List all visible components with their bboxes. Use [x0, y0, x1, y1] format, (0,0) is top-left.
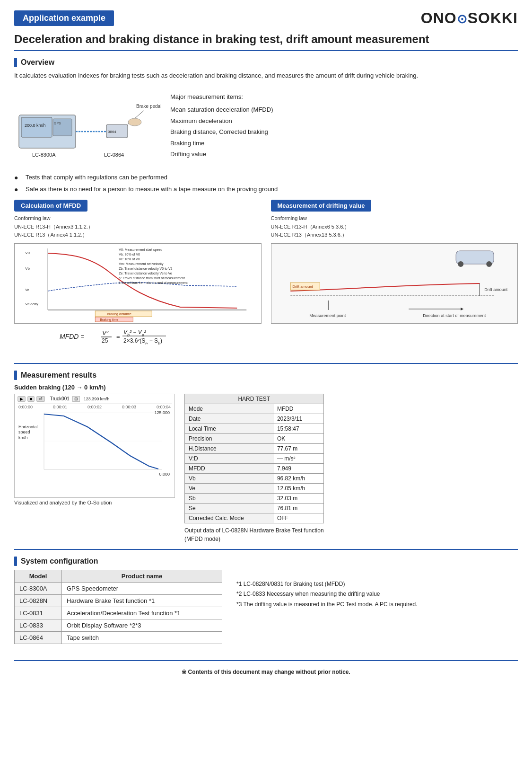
- table-row-hdistance: H.Distance 77.67 m: [185, 443, 324, 453]
- sudden-braking-title: Sudden braking (120 → 0 km/h): [14, 384, 518, 391]
- svg-text:0864: 0864: [108, 130, 116, 134]
- footnote-3: *3 The drifting value is measured in the…: [236, 600, 518, 610]
- svg-text:Zb: Travel distance velocity V: Zb: Travel distance velocity V0 to V2: [119, 267, 172, 271]
- measurement-items: Major measurement items: Mean saturation…: [170, 87, 518, 159]
- cell-se-value: 76.81 m: [273, 503, 323, 513]
- svg-text:Direction at start of measurem: Direction at start of measurement: [423, 313, 486, 318]
- results-row: ▶ ■ ⏎ Truck001 ⊞ 123.390 km/h 0:00:00 0:…: [14, 394, 518, 543]
- footnote-2: *2 LC-0833 Necessary when measuring the …: [236, 589, 518, 600]
- hard-test-title-row: HARD TEST: [185, 394, 324, 404]
- y-axis-label: Horizontalspeedkm/h: [18, 424, 38, 441]
- cell-date-label: Date: [185, 414, 273, 424]
- hard-test-wrapper: HARD TEST Mode MFDD Date 2023/3/11 Local…: [184, 394, 324, 543]
- col-header-product: Product name: [62, 570, 222, 582]
- overview-image-row: 200.0 km/h GPS 0864 Brake pedal LC-8300A…: [14, 87, 518, 166]
- svg-text:V²: V²: [102, 329, 109, 336]
- cell-precision-label: Precision: [185, 433, 273, 443]
- svg-point-41: [486, 261, 492, 267]
- mfdd-formula: MFDD = V² 25 = Vb² − Ve² 2×3.6²(Se − Sb): [14, 324, 262, 350]
- cell-mfdd-label: MFDD: [185, 463, 273, 473]
- hardware-brake-label: Hardware Brake Test function: [249, 527, 323, 534]
- svg-text:Ve: Ve: [25, 288, 29, 292]
- model-4: LC-0864: [15, 631, 62, 644]
- measurement-item-5: Drifting value: [170, 149, 518, 159]
- product-0: GPS Speedometer: [62, 582, 222, 594]
- speed-chart-wrapper: ▶ ■ ⏎ Truck001 ⊞ 123.390 km/h 0:00:00 0:…: [14, 394, 175, 543]
- measurement-results-header: Measurement results: [14, 371, 518, 380]
- output-caption: Output data of LC-0828N Hardware Brake T…: [184, 526, 324, 543]
- truck-label: Truck001: [50, 396, 69, 401]
- mfdd-conforming: Conforming lawUN-ECE R13-H（Annex3 1.1.2.…: [14, 214, 93, 239]
- system-config-table: Model Product name LC-8300A GPS Speedome…: [14, 570, 222, 644]
- table-row-localtime: Local Time 15:58:47: [185, 424, 324, 433]
- svg-text:Vb: 80% of V0: Vb: 80% of V0: [119, 253, 140, 256]
- table-row-precision: Precision OK: [185, 433, 324, 443]
- product-3: Orbit Display Software *2*3: [62, 619, 222, 631]
- system-config-divider: [14, 549, 518, 550]
- mfdd-graph: V0 Vb Ve Velocity V0: Measurement start …: [14, 243, 262, 324]
- return-button[interactable]: ⏎: [36, 396, 45, 402]
- model-1: LC-0828N: [15, 594, 62, 607]
- play-button[interactable]: ▶: [17, 396, 26, 402]
- measurement-items-title: Major measurement items:: [170, 91, 518, 102]
- svg-text:Ve: 10% of V0: Ve: 10% of V0: [119, 257, 140, 261]
- overview-description: It calculates evaluation indexes for bra…: [14, 71, 518, 81]
- mfdd-graph-svg: V0 Vb Ve Velocity V0: Measurement start …: [15, 244, 261, 324]
- cell-corrected-value: OFF: [273, 513, 323, 523]
- chart-area: 125.000 Horizontalspeedkm/h 0.000: [17, 410, 172, 477]
- footnotes: *1 LC-0828N/0831 for Braking test (MFDD)…: [236, 579, 518, 610]
- drift-calc-box: Measurement of drifting value Conforming…: [271, 200, 518, 356]
- svg-text:LC-0864: LC-0864: [104, 152, 124, 158]
- cell-vb-label: Vb: [185, 473, 273, 483]
- svg-text:200.0 km/h: 200.0 km/h: [25, 123, 46, 128]
- cell-mfdd-value: 7.949: [273, 463, 323, 473]
- system-config-row-2: LC-0831 Acceleration/Deceleration Test f…: [15, 607, 222, 619]
- svg-text:Ze: Travel distance velocity V: Ze: Travel distance velocity Ve to Ve: [119, 272, 172, 275]
- table-row-sb: Sb 32.03 m: [185, 493, 324, 503]
- results-divider: [14, 363, 518, 364]
- overview-bullets: Tests that comply with regulations can b…: [14, 173, 518, 194]
- table-row-mfdd: MFDD 7.949: [185, 463, 324, 473]
- drift-conforming: Conforming lawUN-ECE R13-H（Annex6 5.3.6.…: [271, 214, 372, 239]
- mode-badge: ⊞: [72, 396, 80, 402]
- measurement-item-4: Braking time: [170, 138, 518, 149]
- cell-date-value: 2023/3/11: [273, 414, 323, 424]
- svg-text:Brake pedal: Brake pedal: [136, 104, 161, 109]
- svg-text:V0: Measurement start speed: V0: Measurement start speed: [119, 248, 162, 252]
- table-row-vb: Vb 96.82 km/h: [185, 473, 324, 483]
- svg-text:Vm: Measurement net velocity: Vm: Measurement net velocity: [119, 262, 164, 266]
- svg-text:Vb: Vb: [25, 266, 30, 271]
- page-title: Deceleration and braking distance in bra…: [14, 32, 518, 46]
- cell-sb-label: Sb: [185, 493, 273, 503]
- svg-text:GPS: GPS: [54, 122, 61, 125]
- table-row-vd: V:D — m/s²: [185, 453, 324, 463]
- hard-test-title: HARD TEST: [185, 394, 324, 404]
- table-row-mode: Mode MFDD: [185, 404, 324, 414]
- speed-chart-svg: [17, 410, 172, 476]
- footnotes-area: *1 LC-0828N/0831 for Braking test (MFDD)…: [236, 570, 518, 610]
- system-config-header-row: Model Product name: [15, 570, 222, 582]
- cell-ve-value: 12.05 km/h: [273, 483, 323, 493]
- bottom-divider: [14, 660, 518, 661]
- calc-row: Calculation of MFDD Conforming lawUN-ECE…: [14, 200, 518, 356]
- cell-mode-value: MFDD: [273, 404, 323, 414]
- cell-hdistance-value: 77.67 m: [273, 443, 323, 453]
- speed-display: 123.390 km/h: [84, 397, 110, 401]
- chart-toolbar: ▶ ■ ⏎ Truck001 ⊞ 123.390 km/h: [17, 396, 172, 404]
- page-header: Application example ONO⊙SOKKI: [14, 9, 518, 27]
- drift-graph-svg: Drift amount Drift amount Measurement po…: [271, 244, 518, 324]
- measurement-item-3: Braking distance, Corrected braking: [170, 126, 518, 137]
- stop-button[interactable]: ■: [27, 396, 35, 402]
- hard-test-table: HARD TEST Mode MFDD Date 2023/3/11 Local…: [184, 394, 324, 523]
- system-config-row-3: LC-0833 Orbit Display Software *2*3: [15, 619, 222, 631]
- table-row-ve: Ve 12.05 km/h: [185, 483, 324, 493]
- cell-vd-label: V:D: [185, 453, 273, 463]
- measurement-item-1: Mean saturation deceleration (MFDD): [170, 104, 518, 115]
- cell-localtime-value: 15:58:47: [273, 424, 323, 433]
- cell-mode-label: Mode: [185, 404, 273, 414]
- col-header-model: Model: [15, 570, 62, 582]
- model-3: LC-0833: [15, 619, 62, 631]
- table-row-se: Se 76.81 m: [185, 503, 324, 513]
- product-4: Tape switch: [62, 631, 222, 644]
- product-1: Hardware Brake Test function *1: [62, 594, 222, 607]
